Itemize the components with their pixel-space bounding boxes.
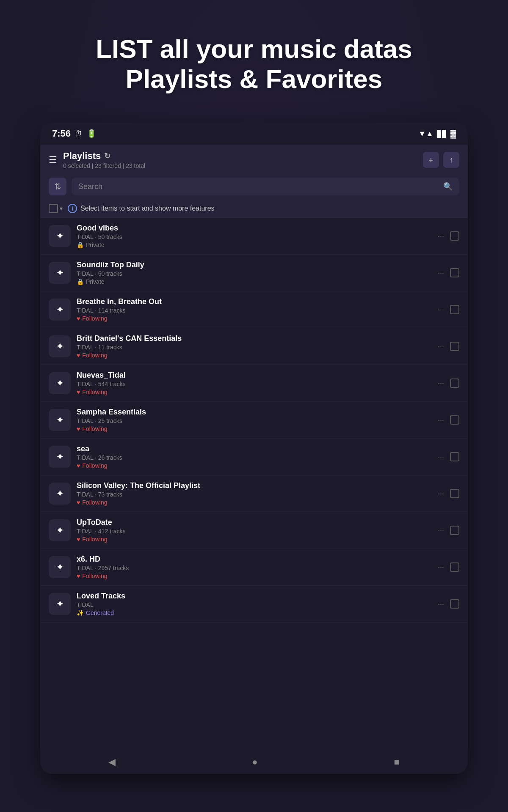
item-checkbox[interactable] <box>450 305 459 314</box>
list-item[interactable]: ✦ Soundiiz Top Daily TIDAL · 50 tracks 🔒… <box>40 255 468 291</box>
checkbox-dropdown[interactable]: ▾ <box>49 204 63 213</box>
status-text: Following <box>82 499 107 506</box>
list-item[interactable]: ✦ Silicon Valley: The Official Playlist … <box>40 475 468 512</box>
status-text: Following <box>82 573 107 579</box>
more-options-button[interactable]: ··· <box>438 600 444 609</box>
status-text: Following <box>82 536 107 543</box>
playlist-thumbnail: ✦ <box>49 483 71 505</box>
more-options-button[interactable]: ··· <box>438 416 444 425</box>
playlist-name: Good vibes <box>77 224 432 233</box>
playlist-list: ✦ Good vibes TIDAL · 50 tracks 🔒Private … <box>40 218 468 723</box>
hamburger-icon[interactable]: ☰ <box>49 154 57 165</box>
playlist-meta: TIDAL · 412 tracks <box>77 528 432 535</box>
status-time: 7:56 <box>52 128 71 139</box>
list-item[interactable]: ✦ UpToDate TIDAL · 412 tracks ♥Following… <box>40 512 468 549</box>
list-item[interactable]: ✦ Sampha Essentials TIDAL · 25 tracks ♥F… <box>40 402 468 439</box>
item-checkbox[interactable] <box>450 562 459 572</box>
playlist-thumbnail: ✦ <box>49 519 71 541</box>
playlist-name: UpToDate <box>77 518 432 527</box>
playlist-info: Good vibes TIDAL · 50 tracks 🔒Private <box>77 224 432 248</box>
list-item[interactable]: ✦ Good vibes TIDAL · 50 tracks 🔒Private … <box>40 218 468 255</box>
tracks-meta: TIDAL · 26 tracks <box>77 454 122 461</box>
tidal-logo-icon: ✦ <box>56 415 64 425</box>
playlist-thumbnail: ✦ <box>49 556 71 578</box>
item-checkbox[interactable] <box>450 415 459 425</box>
item-checkbox[interactable] <box>450 342 459 351</box>
playlist-status: ♥Following <box>77 315 432 322</box>
playlist-item-right: ··· <box>438 489 459 498</box>
refresh-icon[interactable]: ↻ <box>104 151 110 161</box>
select-bar: ▾ i Select items to start and show more … <box>40 200 468 218</box>
nav-bar: ◀ ● ■ <box>40 750 468 774</box>
status-text: Following <box>82 462 107 469</box>
item-checkbox[interactable] <box>450 231 459 241</box>
select-all-checkbox[interactable] <box>49 204 58 213</box>
playlist-name: Soundiiz Top Daily <box>77 261 432 269</box>
more-options-button[interactable]: ··· <box>438 379 444 388</box>
tracks-meta: TIDAL · 11 tracks <box>77 344 122 351</box>
chevron-down-icon[interactable]: ▾ <box>60 205 63 212</box>
playlist-name: Sampha Essentials <box>77 408 432 417</box>
tracks-meta: TIDAL · 25 tracks <box>77 417 122 424</box>
list-item[interactable]: ✦ sea TIDAL · 26 tracks ♥Following ··· <box>40 439 468 475</box>
playlist-name: x6. HD <box>77 555 432 564</box>
more-options-button[interactable]: ··· <box>438 489 444 498</box>
more-options-button[interactable]: ··· <box>438 269 444 277</box>
item-checkbox[interactable] <box>450 268 459 277</box>
playlist-thumbnail: ✦ <box>49 335 71 357</box>
heart-icon: ♥ <box>77 499 80 506</box>
tracks-meta: TIDAL · 50 tracks <box>77 270 122 277</box>
playlist-name: Breathe In, Breathe Out <box>77 297 432 306</box>
more-options-button[interactable]: ··· <box>438 453 444 461</box>
info-icon: i <box>68 204 77 213</box>
battery-icon: 🔋 <box>87 129 96 138</box>
item-checkbox[interactable] <box>450 526 459 535</box>
more-options-button[interactable]: ··· <box>438 305 444 314</box>
recents-nav-button[interactable]: ■ <box>394 757 400 768</box>
list-item[interactable]: ✦ Britt Daniel's CAN Essentials TIDAL · … <box>40 328 468 365</box>
search-wrapper[interactable]: Search 🔍 <box>72 178 459 195</box>
more-options-button[interactable]: ··· <box>438 342 444 351</box>
status-text: Private <box>86 241 105 248</box>
status-text: Following <box>82 315 107 322</box>
hero-header: LIST all your music datas Playlists & Fa… <box>0 34 508 94</box>
item-checkbox[interactable] <box>450 452 459 461</box>
playlist-info: Nuevas_Tidal TIDAL · 544 tracks ♥Followi… <box>77 371 432 395</box>
add-button[interactable]: ＋ <box>423 152 439 168</box>
item-checkbox[interactable] <box>450 379 459 388</box>
list-item[interactable]: ✦ x6. HD TIDAL · 2957 tracks ♥Following … <box>40 549 468 586</box>
playlist-info: Breathe In, Breathe Out TIDAL · 114 trac… <box>77 297 432 322</box>
heart-icon: ♥ <box>77 389 80 395</box>
more-options-button[interactable]: ··· <box>438 232 444 241</box>
playlist-thumbnail: ✦ <box>49 409 71 431</box>
heart-icon: ♥ <box>77 352 80 359</box>
tracks-meta: TIDAL · 412 tracks <box>77 528 125 535</box>
tracks-meta: TIDAL · 73 tracks <box>77 491 122 498</box>
more-options-button[interactable]: ··· <box>438 526 444 535</box>
list-item[interactable]: ✦ Loved Tracks TIDAL ✨Generated ··· <box>40 586 468 623</box>
playlist-item-right: ··· <box>438 305 459 314</box>
playlist-status: ♥Following <box>77 462 432 469</box>
more-options-button[interactable]: ··· <box>438 563 444 572</box>
source-meta: TIDAL <box>77 601 94 608</box>
upload-button[interactable]: ↑ <box>443 152 459 168</box>
playlist-status: ♥Following <box>77 573 432 579</box>
item-checkbox[interactable] <box>450 489 459 498</box>
tidal-logo-icon: ✦ <box>56 488 64 499</box>
tidal-logo-icon: ✦ <box>56 268 64 278</box>
playlist-thumbnail: ✦ <box>49 372 71 394</box>
playlist-item-right: ··· <box>438 415 459 425</box>
filter-button[interactable]: ⇅ <box>49 178 66 195</box>
home-nav-button[interactable]: ● <box>252 757 257 768</box>
playlist-info: Silicon Valley: The Official Playlist TI… <box>77 481 432 506</box>
playlist-item-right: ··· <box>438 231 459 241</box>
app-header: ☰ Playlists ↻ 0 selected | 23 filtered |… <box>40 145 468 173</box>
playlist-meta: TIDAL · 50 tracks <box>77 270 432 277</box>
list-item[interactable]: ✦ Breathe In, Breathe Out TIDAL · 114 tr… <box>40 291 468 328</box>
tidal-logo-icon: ✦ <box>56 599 64 609</box>
status-bar: 7:56 ⏱ 🔋 ▼▲ ▊▊ ▓ <box>40 123 468 145</box>
item-checkbox[interactable] <box>450 599 459 609</box>
list-item[interactable]: ✦ Nuevas_Tidal TIDAL · 544 tracks ♥Follo… <box>40 365 468 402</box>
phone-frame: 7:56 ⏱ 🔋 ▼▲ ▊▊ ▓ ☰ Playlists ↻ 0 selecte… <box>40 123 468 774</box>
back-nav-button[interactable]: ◀ <box>108 757 116 768</box>
